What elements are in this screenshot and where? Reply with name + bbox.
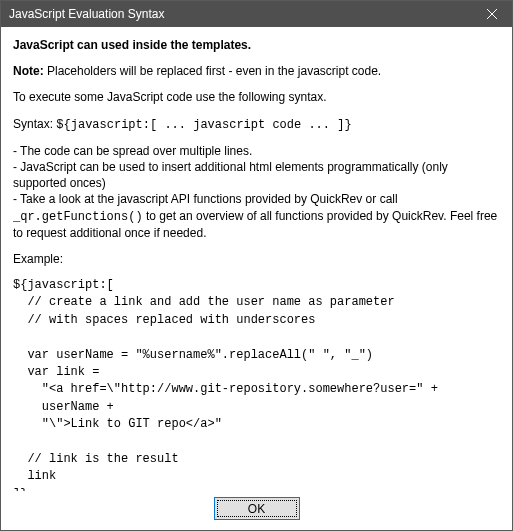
- content-heading: JavaScript can used inside the templates…: [13, 37, 500, 53]
- syntax-code: ${javascript:[ ... javascript code ... ]…: [56, 118, 351, 132]
- list-item: - The code can be spread over multiple l…: [13, 143, 500, 159]
- intro-text: To execute some JavaScript code use the …: [13, 89, 500, 105]
- close-icon: [487, 9, 497, 19]
- example-label: Example:: [13, 251, 500, 267]
- button-row: OK: [1, 491, 512, 530]
- titlebar: JavaScript Evaluation Syntax: [1, 1, 512, 27]
- close-button[interactable]: [472, 1, 512, 27]
- bullet-text-pre: - Take a look at the javascript API func…: [13, 192, 398, 206]
- bullet-code: _qr.getFunctions(): [13, 210, 143, 224]
- note-text: Placeholders will be replaced first - ev…: [44, 64, 382, 78]
- syntax-line: Syntax: ${javascript:[ ... javascript co…: [13, 116, 500, 133]
- window-title: JavaScript Evaluation Syntax: [9, 7, 472, 21]
- list-item: - JavaScript can be used to insert addit…: [13, 159, 500, 191]
- dialog-window: JavaScript Evaluation Syntax JavaScript …: [0, 0, 513, 531]
- dialog-content: JavaScript can used inside the templates…: [1, 27, 512, 491]
- syntax-label: Syntax:: [13, 117, 56, 131]
- note-placeholders: Note: Placeholders will be replaced firs…: [13, 63, 500, 79]
- note-label: Note:: [13, 64, 44, 78]
- ok-button[interactable]: OK: [214, 497, 300, 520]
- list-item: - Take a look at the javascript API func…: [13, 191, 500, 241]
- example-code: ${javascript:[ // create a link and add …: [13, 277, 500, 491]
- bullet-list: - The code can be spread over multiple l…: [13, 143, 500, 241]
